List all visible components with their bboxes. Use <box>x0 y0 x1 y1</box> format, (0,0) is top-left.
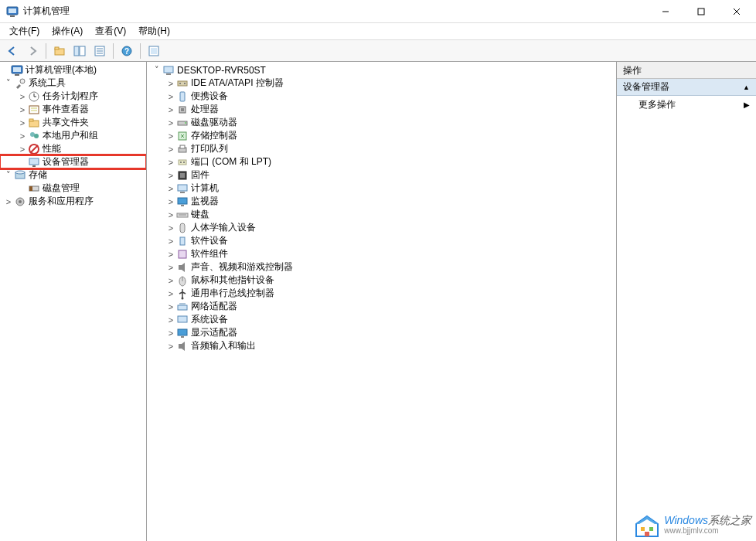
menu-view[interactable]: 查看(V) <box>89 23 132 39</box>
monitor-icon <box>176 196 189 208</box>
left-tree-item-0-3[interactable]: >本地用户和组 <box>0 129 146 142</box>
tree-expander[interactable]: > <box>17 118 28 128</box>
back-button[interactable] <box>3 42 22 60</box>
tree-expander[interactable]: > <box>165 289 176 298</box>
device-tree-root[interactable]: ˅DESKTOP-RVR50ST <box>147 63 616 77</box>
menu-action[interactable]: 操作(A) <box>46 23 89 39</box>
forward-button[interactable] <box>23 42 42 60</box>
device-item-5[interactable]: >打印队列 <box>147 142 616 155</box>
menu-help[interactable]: 帮助(H) <box>132 23 176 39</box>
left-tree-item-0-4[interactable]: >性能 <box>0 142 146 155</box>
tree-expander[interactable]: > <box>165 171 176 180</box>
device-item-2[interactable]: >处理器 <box>147 103 616 116</box>
device-item-12[interactable]: >软件设备 <box>147 234 616 247</box>
up-button[interactable] <box>50 42 69 60</box>
device-item-8[interactable]: >计算机 <box>147 182 616 195</box>
device-item-17[interactable]: >网络适配器 <box>147 300 616 313</box>
tree-expander[interactable]: > <box>165 328 176 338</box>
left-tree-item-0-5[interactable]: 设备管理器 <box>0 155 146 168</box>
svg-rect-1 <box>9 9 16 13</box>
tree-expander[interactable]: > <box>165 145 176 154</box>
tree-label: 网络适配器 <box>191 300 237 313</box>
tree-expander[interactable]: > <box>165 92 176 101</box>
disk-icon <box>176 117 189 129</box>
svg-rect-48 <box>180 92 185 101</box>
left-tree-item-0-0[interactable]: >任务计划程序 <box>0 90 146 103</box>
tree-expander[interactable]: > <box>165 250 176 259</box>
device-item-13[interactable]: >软件组件 <box>147 247 616 260</box>
tree-expander[interactable]: > <box>17 145 28 154</box>
show-hide-tree-button[interactable] <box>70 42 89 60</box>
device-item-9[interactable]: >监视器 <box>147 195 616 208</box>
tree-expander[interactable]: > <box>165 158 176 167</box>
svg-rect-77 <box>181 336 184 338</box>
tree-expander[interactable]: > <box>165 118 176 128</box>
device-item-14[interactable]: >声音、视频和游戏控制器 <box>147 260 616 274</box>
tree-expander[interactable]: > <box>165 197 176 206</box>
tree-root-computer-mgmt[interactable]: 计算机管理(本地) <box>0 63 146 77</box>
properties-button[interactable] <box>90 42 109 60</box>
svg-rect-44 <box>166 73 171 75</box>
tools-icon <box>14 77 26 90</box>
tree-label: 共享文件夹 <box>43 116 89 129</box>
actions-section-device-manager[interactable]: 设备管理器 ▲ <box>617 79 756 96</box>
device-item-3[interactable]: >磁盘驱动器 <box>147 116 616 129</box>
svg-rect-30 <box>29 119 33 121</box>
performance-icon <box>28 143 40 155</box>
watermark-text: Windows系统之家 www.bjjmlv.com <box>664 515 751 536</box>
tree-expander[interactable]: ˅ <box>152 65 162 75</box>
left-tree-item-0-1[interactable]: >事件查看器 <box>0 103 146 116</box>
toolbar: ? <box>0 40 756 62</box>
tree-expander[interactable]: > <box>165 184 176 193</box>
svg-rect-40 <box>29 186 32 191</box>
device-item-20[interactable]: >音频输入和输出 <box>147 339 616 352</box>
tree-expander[interactable]: > <box>165 105 176 114</box>
left-tree-item-2[interactable]: >服务和应用程序 <box>0 195 146 208</box>
device-item-10[interactable]: >键盘 <box>147 208 616 221</box>
device-item-18[interactable]: >系统设备 <box>147 313 616 326</box>
tree-expander[interactable]: > <box>165 223 176 233</box>
left-tree-item-1[interactable]: ˅存储 <box>0 168 146 182</box>
actions-more[interactable]: 更多操作 ▶ <box>617 96 756 113</box>
left-tree-item-0[interactable]: ˅系统工具 <box>0 77 146 90</box>
svg-rect-67 <box>180 223 185 233</box>
device-item-1[interactable]: >便携设备 <box>147 90 616 103</box>
device-item-0[interactable]: >IDE ATA/ATAPI 控制器 <box>147 77 616 90</box>
device-item-6[interactable]: >端口 (COM 和 LPT) <box>147 155 616 168</box>
tree-expander[interactable]: > <box>17 131 28 141</box>
shared-folders-icon <box>28 117 40 129</box>
tree-expander[interactable]: > <box>17 92 28 101</box>
svg-rect-45 <box>178 81 187 86</box>
close-button[interactable] <box>719 0 754 22</box>
menu-file[interactable]: 文件(F) <box>3 23 46 39</box>
device-item-11[interactable]: >人体学输入设备 <box>147 221 616 234</box>
minimize-button[interactable] <box>648 0 683 22</box>
tree-expander[interactable]: > <box>165 79 176 88</box>
tree-expander[interactable]: > <box>165 210 176 219</box>
tree-expander[interactable]: > <box>165 131 176 141</box>
left-tree-pane: 计算机管理(本地)˅系统工具>任务计划程序>事件查看器>共享文件夹>本地用户和组… <box>0 62 147 541</box>
device-item-16[interactable]: >通用串行总线控制器 <box>147 287 616 300</box>
tree-expander[interactable]: > <box>17 105 28 114</box>
help-button[interactable]: ? <box>117 42 136 60</box>
tree-expander[interactable]: ˅ <box>3 78 14 88</box>
tree-expander[interactable]: > <box>165 302 176 311</box>
tree-expander[interactable]: > <box>3 197 14 206</box>
sound-icon <box>176 261 189 274</box>
left-tree-item-0-2[interactable]: >共享文件夹 <box>0 116 146 129</box>
device-item-7[interactable]: >固件 <box>147 168 616 182</box>
left-tree-item-1-0[interactable]: 磁盘管理 <box>0 182 146 195</box>
tree-expander[interactable]: > <box>165 342 176 351</box>
tree-expander[interactable]: > <box>165 315 176 325</box>
computer-icon <box>176 182 189 195</box>
tree-expander[interactable]: > <box>165 236 176 246</box>
tree-expander[interactable]: ˅ <box>3 170 14 180</box>
maximize-button[interactable] <box>683 0 719 22</box>
device-item-4[interactable]: >存储控制器 <box>147 129 616 142</box>
refresh-button[interactable] <box>145 42 163 60</box>
device-item-15[interactable]: >鼠标和其他指针设备 <box>147 274 616 287</box>
tree-expander[interactable]: > <box>165 276 176 285</box>
tree-expander[interactable]: > <box>165 263 176 272</box>
device-item-19[interactable]: >显示适配器 <box>147 326 616 339</box>
svg-rect-55 <box>180 145 185 148</box>
